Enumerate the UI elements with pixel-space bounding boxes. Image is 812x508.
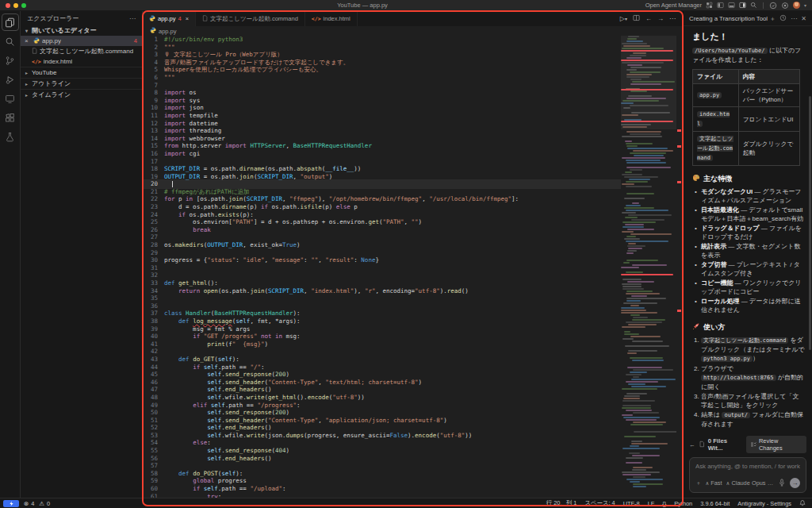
sidebar-pane-アウトライン[interactable]: ▸アウトライン: [21, 78, 142, 89]
inline-code: 文字起こしツール起動.command: [701, 337, 788, 344]
message-heading: ました！: [692, 33, 805, 41]
microphone-icon[interactable]: [779, 479, 785, 488]
problems-indicator[interactable]: ⊗4 ⚠0: [24, 500, 50, 507]
sidebar-pane-タイムライン[interactable]: ▸タイムライン: [21, 89, 142, 100]
minimap[interactable]: [621, 36, 676, 498]
sidebar-pane-YouTube[interactable]: ▸YouTube: [21, 67, 142, 78]
code-editor[interactable]: 1#!/usr/bin/env python32"""3🎙 文字起こしツール P…: [143, 36, 621, 498]
navigate-forward-icon[interactable]: →: [657, 15, 664, 22]
overview-ruler[interactable]: [676, 36, 683, 498]
close-panel-icon[interactable]: ✕: [801, 15, 806, 22]
line-number: 56: [143, 455, 164, 463]
open-editor-item-index.html[interactable]: </>index.html: [21, 56, 142, 67]
activitybar-explorer-icon[interactable]: [2, 13, 19, 31]
code-line-56: 56 self.end_headers(): [143, 455, 621, 463]
section-heading: 使い方: [692, 322, 805, 333]
table-row: 文字起こしツール起動.commandダブルクリックで起動: [693, 132, 800, 166]
close-window-button[interactable]: [6, 3, 10, 8]
tab-label: app.py: [158, 15, 176, 22]
activitybar-testing-icon[interactable]: [2, 128, 19, 145]
model-selector[interactable]: ∧ Claude Opus 4.6 (...: [726, 479, 775, 487]
code-line-2: 2""": [143, 44, 621, 52]
minimap-line: [626, 293, 661, 294]
editor-more-actions-icon[interactable]: ⋯: [669, 15, 676, 22]
minimap-line: [626, 252, 633, 254]
activitybar-remote-explorer-icon[interactable]: [2, 90, 19, 107]
tab-app.py[interactable]: app.py4×: [143, 11, 196, 26]
run-python-file-icon[interactable]: ▷▾: [620, 15, 627, 22]
collapse-files-icon[interactable]: ←: [689, 441, 695, 448]
code-line-37: 37class Handler(BaseHTTPRequestHandler):: [143, 310, 621, 318]
open-editor-item-文字起こしツール起動.command[interactable]: 文字起こしツール起動.command: [21, 46, 142, 56]
settings-gear-icon[interactable]: [781, 2, 789, 10]
tab-index.html[interactable]: </>index.html: [305, 11, 358, 26]
account-chevron-down-icon[interactable]: ▾: [804, 2, 806, 8]
user-avatar[interactable]: [793, 2, 800, 9]
status-item-3-9-6-64-bit[interactable]: 3.9.6 64-bit: [700, 500, 730, 507]
status-item-utf-8[interactable]: UTF-8: [623, 500, 640, 507]
chat-input-placeholder[interactable]: Ask anything, @ to mention, / for workfl…: [695, 463, 800, 470]
minimap-line: [626, 410, 651, 411]
error-icon: ⊗: [24, 500, 29, 507]
status-item--4[interactable]: スペース: 4: [584, 499, 615, 507]
split-editor-icon[interactable]: [633, 14, 640, 23]
open-editors-header[interactable]: ▾ 開いているエディター: [21, 25, 142, 36]
code-text: msg = fmt % args: [164, 325, 250, 333]
toggle-bottom-panel-icon[interactable]: [728, 2, 735, 9]
search-icon[interactable]: [750, 2, 757, 9]
open-editor-item-app.py[interactable]: ×app.py4: [21, 36, 142, 46]
close-tab-icon[interactable]: ×: [186, 15, 189, 22]
status-item-python[interactable]: Python: [674, 500, 692, 507]
activitybar-search-icon[interactable]: [2, 33, 19, 50]
status-item--20-1[interactable]: 行 20、列 1: [546, 499, 577, 507]
line-number: 28: [143, 241, 164, 249]
minimap-line: [631, 379, 675, 380]
history-icon[interactable]: [779, 14, 787, 23]
bell-icon[interactable]: [799, 499, 806, 508]
line-number: 11: [143, 112, 164, 120]
status-item--[interactable]: {}: [662, 500, 666, 507]
tab-文字起こしツール起動.command[interactable]: 文字起こしツール起動.command: [196, 11, 305, 26]
review-changes-button[interactable]: Review Changes: [746, 436, 806, 453]
code-text: Whisperを使用したローカル処理でプライバシーも安心。: [164, 66, 322, 74]
new-conversation-icon[interactable]: ＋: [769, 14, 776, 23]
open-agent-manager-label[interactable]: Open Agent Manager: [645, 2, 702, 9]
navigate-back-icon[interactable]: ←: [645, 15, 652, 22]
files-changed-label[interactable]: 0 Files Wit...: [708, 437, 743, 452]
file-icon: [699, 441, 705, 449]
code-text: """: [164, 44, 175, 52]
toggle-right-panel-icon[interactable]: [739, 2, 746, 9]
explorer-more-actions-icon[interactable]: ⋯: [129, 15, 136, 22]
activitybar-source-control-icon[interactable]: [2, 52, 19, 69]
chat-input-box[interactable]: Ask anything, @ to mention, / for workfl…: [689, 457, 806, 493]
panel-scrollbar[interactable]: [809, 96, 811, 350]
close-editor-icon[interactable]: ×: [25, 37, 31, 44]
line-number: 54: [143, 439, 164, 447]
minimize-window-button[interactable]: [13, 3, 18, 8]
activitybar-extensions-icon[interactable]: [2, 109, 19, 126]
status-item-antigravity-settings[interactable]: Antigravity - Settings: [737, 500, 791, 507]
mode-selector[interactable]: ∧ Fast: [705, 479, 722, 487]
toggle-left-panel-icon[interactable]: [717, 2, 724, 9]
line-number: 44: [143, 364, 164, 371]
code-line-43: 43 def do_GET(self):: [143, 356, 621, 364]
maximize-window-button[interactable]: [21, 3, 26, 8]
attach-plus-icon[interactable]: ＋: [695, 479, 701, 487]
activitybar-run-debug-icon[interactable]: [2, 71, 19, 88]
remote-indicator[interactable]: [3, 500, 19, 507]
minimap-line: [633, 483, 664, 485]
send-button[interactable]: →: [790, 478, 800, 488]
status-circle-icon[interactable]: [769, 2, 777, 10]
breadcrumb[interactable]: app.py: [143, 26, 683, 36]
minimap-slider[interactable]: [621, 36, 676, 129]
panel-more-actions-icon[interactable]: ⋯: [791, 15, 797, 22]
line-number: 19: [143, 173, 164, 181]
code-line-58: 58 def do_POST(self):: [143, 470, 621, 478]
status-item-lf[interactable]: LF: [648, 500, 655, 507]
code-line-19: 19OUTPUT_DIR = os.path.join(SCRIPT_DIR, …: [143, 173, 621, 181]
agent-grid-icon[interactable]: [706, 2, 713, 9]
line-number: 40: [143, 333, 164, 341]
line-number: 36: [143, 302, 164, 310]
minimap-line: [622, 405, 651, 406]
code-line-5: 5Whisperを使用したローカル処理でプライバシーも安心。: [143, 66, 621, 74]
